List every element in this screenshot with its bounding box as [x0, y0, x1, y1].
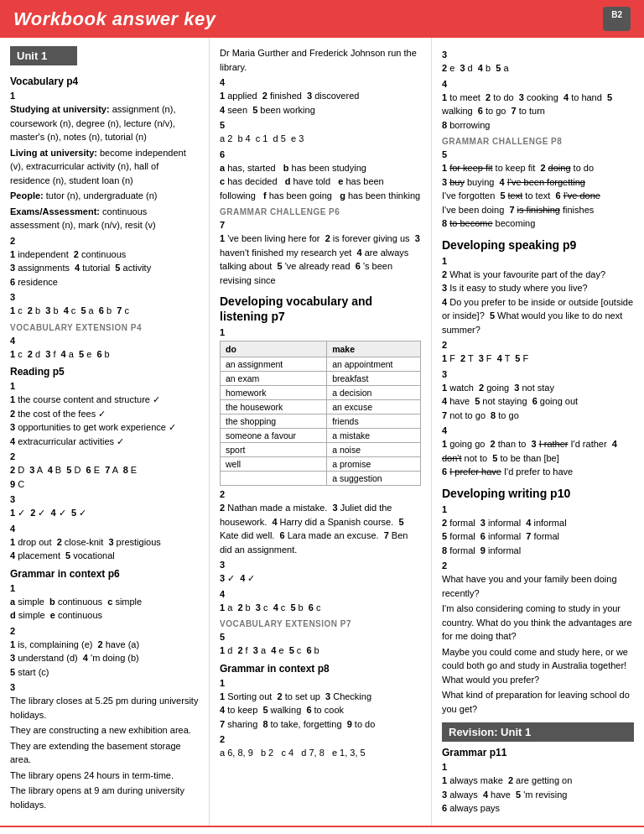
- table-row: an assignment an appointment: [221, 357, 421, 372]
- vocab-text-4: Exams/Assessment: continuous assessment …: [10, 205, 199, 232]
- mid-ans-6: a has, started b has been studyingc has …: [220, 161, 421, 203]
- do-cell: someone a favour: [221, 429, 327, 443]
- mid-ans-5: a 2 b 4 c 1 d 5 e 3: [220, 132, 421, 146]
- grammar-ans-3d: The library opens 24 hours in term-time.: [10, 769, 199, 783]
- num-6c: 6: [220, 149, 421, 159]
- vocab-ext-label: VOCABULARY EXTENSION p4: [10, 323, 199, 332]
- num-3b: 3: [10, 494, 199, 504]
- column-mid: Dr Maria Gurther and Frederick Johnson r…: [210, 38, 432, 826]
- num-1a: 1: [10, 91, 199, 101]
- right-ans-3: 2 e 3 d 4 b 5 a: [442, 61, 634, 76]
- num-2d: 2: [220, 489, 421, 499]
- right-speak-1: 2 What is your favourite part of the day…: [442, 268, 634, 337]
- num-3c: 3: [10, 682, 199, 692]
- table-row: a suggestion: [221, 472, 421, 486]
- mid-intro: Dr Maria Gurther and Frederick Johnson r…: [220, 46, 421, 74]
- num-1b: 1: [10, 381, 199, 391]
- num-3a: 3: [10, 292, 199, 302]
- mid-ans-4: 1 applied 2 finished 3 discovered4 seen …: [220, 89, 421, 117]
- mid-ans-4d: 1 a 2 b 3 c 4 c 5 b 6 c: [220, 601, 421, 615]
- num-5d: 5: [220, 632, 421, 642]
- revision-heading: Revision: Unit 1: [442, 722, 634, 742]
- mid-ans-7: 1 've been living here for 2 is forever …: [220, 232, 421, 287]
- num-4-speak: 4: [442, 425, 634, 435]
- grammar-ans-3e: The library opens at 9 am during univers…: [10, 784, 199, 811]
- vocab-ans-2: 1 independent 2 continuous3 assignments …: [10, 248, 199, 289]
- do-cell: sport: [221, 443, 327, 457]
- right-write-1: 2 formal 3 informal 4 informal5 formal 6…: [442, 516, 634, 558]
- vocab-ans-3: 1 c 2 b 3 b 4 c 5 a 6 b 7 c: [10, 304, 199, 318]
- grammar-p11: Grammar p11: [442, 747, 634, 758]
- num-2a: 2: [10, 236, 199, 246]
- dev-writing-heading: Developing writing p10: [442, 486, 634, 501]
- reading-ans-1: 1 the course content and structure ✓2 th…: [10, 393, 199, 448]
- do-cell: homework: [221, 386, 327, 400]
- make-cell: a suggestion: [327, 472, 421, 486]
- make-cell: a noise: [327, 443, 421, 457]
- num-3-speak: 3: [442, 369, 634, 379]
- num-1-speak: 1: [442, 256, 634, 266]
- right-write-2a: What have you and your family been doing…: [442, 572, 634, 600]
- table-row: homework a decision: [221, 386, 421, 400]
- grammar-ans-1: a simple b continuous c simpled simple e…: [10, 595, 199, 623]
- make-cell: a decision: [327, 386, 421, 400]
- page-footer: Gateway 2nd Edition This page has been d…: [0, 826, 644, 834]
- vocab-text-2: Living at university: become independent…: [10, 146, 199, 188]
- num-5-right: 5: [442, 149, 634, 159]
- mid-ans-2d: 2 Nathan made a mistake. 3 Juliet did th…: [220, 501, 421, 556]
- table-row: someone a favour a mistake: [221, 429, 421, 443]
- num-1-rev: 1: [442, 762, 634, 772]
- num-2e: 2: [220, 734, 421, 744]
- dev-speaking-heading: Developing speaking p9: [442, 237, 634, 253]
- grammar-challenge-p8: GRAMMAR CHALLENGE p8: [442, 137, 634, 146]
- grammar-context-heading: Grammar in context p6: [10, 568, 199, 580]
- right-speak-4: 1 going go 2 than to 3 I rather I'd rath…: [442, 437, 634, 479]
- column-left: Unit 1 Vocabulary p4 1 Studying at unive…: [0, 38, 210, 826]
- vocab-text-3: People: tutor (n), undergraduate (n): [10, 189, 199, 203]
- col-do: do: [221, 341, 327, 357]
- right-write-2d: What kind of preparation for leaving sch…: [442, 688, 634, 716]
- reading-heading: Reading p5: [10, 366, 199, 378]
- do-cell: the housework: [221, 400, 327, 414]
- right-write-2c: Maybe you could come and study here, or …: [442, 645, 634, 687]
- make-cell: breakfast: [327, 372, 421, 386]
- reading-ans-4: 1 drop out 2 close-knit 3 prestigious4 p…: [10, 535, 199, 563]
- mid-ans-2e: a 6, 8, 9 b 2 c 4 d 7, 8 e 1, 3, 5: [220, 746, 421, 760]
- make-cell: an appointment: [327, 357, 421, 372]
- num-4d: 4: [220, 589, 421, 599]
- num-3d: 3: [220, 560, 421, 570]
- main-content: Unit 1 Vocabulary p4 1 Studying at unive…: [0, 38, 644, 826]
- unit-heading: Unit 1: [10, 46, 77, 65]
- right-write-2b: I'm also considering coming to study in …: [442, 602, 634, 644]
- num-4-right: 4: [442, 79, 634, 89]
- num-4a: 4: [10, 336, 199, 346]
- grammar-challenge-p6: GRAMMAR CHALLENGE p6: [220, 207, 421, 216]
- table-row: the shopping friends: [221, 414, 421, 429]
- dev-vocab-heading: Developing vocabulary and listening p7: [220, 294, 421, 324]
- make-cell: an excuse: [327, 400, 421, 414]
- do-make-table: do make an assignment an appointment an …: [220, 341, 421, 486]
- right-speak-2: 1 F 2 T 3 F 4 T 5 F: [442, 352, 634, 366]
- grammar-ans-3: The library closes at 5.25 pm during uni…: [10, 694, 199, 722]
- table-row: the housework an excuse: [221, 400, 421, 414]
- num-1c: 1: [10, 583, 199, 593]
- do-cell: [221, 472, 327, 486]
- make-cell: a promise: [327, 457, 421, 472]
- column-right: 3 2 e 3 d 4 b 5 a 4 1 to meet 2 to do 3 …: [432, 38, 644, 826]
- right-speak-3: 1 watch 2 going 3 not stay4 have 5 not s…: [442, 381, 634, 423]
- vocab-ext-ans: 1 c 2 d 3 f 4 a 5 e 6 b: [10, 347, 199, 362]
- right-ans-5: 1 for keep fit to keep fit 2 doing to do…: [442, 161, 634, 231]
- grammar-context-p8: Grammar in context p8: [220, 663, 421, 675]
- make-cell: a mistake: [327, 429, 421, 443]
- vocabulary-heading: Vocabulary p4: [10, 76, 199, 87]
- badge-label: B2: [611, 10, 622, 19]
- num-3-right: 3: [442, 50, 634, 60]
- make-cell: friends: [327, 414, 421, 429]
- do-cell: the shopping: [221, 414, 327, 429]
- header-title: Workbook answer key: [13, 8, 216, 30]
- page-header: Workbook answer key B2: [0, 0, 644, 38]
- right-ans-4: 1 to meet 2 to do 3 cooking 4 to hand 5 …: [442, 91, 634, 133]
- table-row: an exam breakfast: [221, 372, 421, 386]
- reading-ans-2: 2 D 3 A 4 B 5 D 6 E 7 A 8 E9 C: [10, 463, 199, 491]
- vocab-text-1: Studying at university: assignment (n), …: [10, 102, 199, 144]
